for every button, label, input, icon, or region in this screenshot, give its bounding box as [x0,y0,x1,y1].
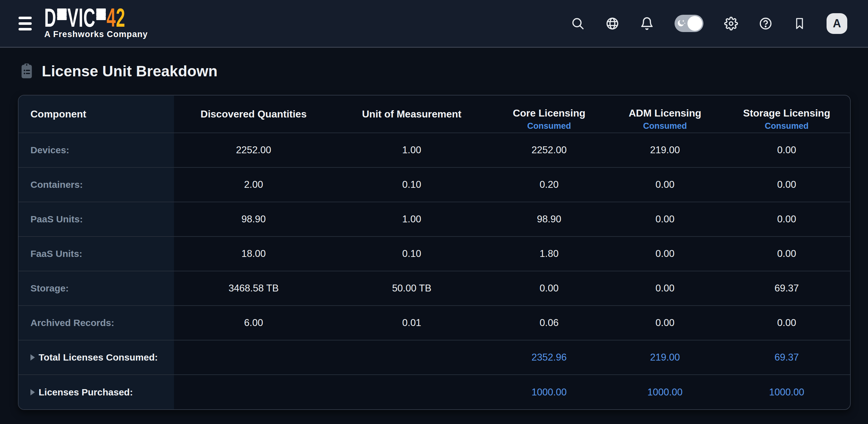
col-header-storage: Storage Licensing Consumed [722,95,851,133]
cell-discovered: 98.90 [174,202,333,237]
toggle-knob [687,16,702,31]
cell-core: 0.20 [490,168,608,202]
cell-unit: 0.10 [333,168,490,202]
cell-discovered: 3468.58 TB [174,271,333,306]
menu-icon[interactable] [18,16,32,32]
col-subheader-adm-consumed: Consumed [643,121,687,131]
cell-discovered: 2.00 [174,168,333,202]
cell-core: 2352.96 [490,340,608,375]
bell-icon [640,17,654,30]
main-content: License Unit Breakdown Component Discove… [0,62,868,410]
cell-unit: 50.00 TB [333,271,490,306]
cell-adm: 0.00 [608,306,722,340]
cell-core: 0.06 [490,306,608,340]
cell-unit: 1.00 [333,202,490,237]
avatar[interactable]: A [827,13,847,34]
expand-arrow-icon [30,389,35,395]
cell-adm: 219.00 [608,340,722,375]
globe-icon [606,17,619,30]
language-button[interactable] [606,17,619,30]
cell-unit [333,340,490,375]
cell-core: 0.00 [490,271,608,306]
cell-unit: 1.00 [333,133,490,168]
table-header-row: Component Discovered Quantities Unit of … [19,95,851,133]
logo-letter-e [57,8,67,27]
cell-component: Archived Records: [19,306,174,340]
cell-unit: 0.10 [333,237,490,271]
expand-licenses-purchased[interactable]: Licenses Purchased: [19,375,174,409]
col-header-unit: Unit of Measurement [333,95,490,133]
cell-storage: 1000.00 [722,375,851,409]
col-subheader-storage-consumed: Consumed [765,121,809,131]
cell-adm: 1000.00 [608,375,722,409]
cell-component: Storage: [19,271,174,306]
table-row: Archived Records: 6.00 0.01 0.06 0.00 0.… [19,306,851,340]
theme-toggle[interactable] [675,15,704,32]
logo-text: DVIC42 [44,7,125,28]
expand-total-consumed[interactable]: Total Licenses Consumed: [19,340,174,375]
cell-discovered [174,375,333,409]
cell-storage: 69.37 [722,271,851,306]
cell-adm: 0.00 [608,237,722,271]
license-breakdown-table: Component Discovered Quantities Unit of … [19,95,851,409]
navbar-actions: A [571,13,847,34]
cell-storage: 0.00 [722,168,851,202]
cell-adm: 219.00 [608,133,722,168]
cell-discovered: 6.00 [174,306,333,340]
bookmark-icon [793,17,806,30]
table-row: Storage: 3468.58 TB 50.00 TB 0.00 0.00 6… [19,271,851,306]
cell-storage: 0.00 [722,306,851,340]
cell-adm: 0.00 [608,271,722,306]
cell-core: 1000.00 [490,375,608,409]
help-icon [759,17,773,30]
cell-storage: 0.00 [722,237,851,271]
col-header-adm: ADM Licensing Consumed [608,95,722,133]
cell-discovered: 18.00 [174,237,333,271]
license-breakdown-table-card: Component Discovered Quantities Unit of … [18,95,851,410]
top-navbar: DVIC42 A Freshworks Company [0,0,868,48]
cell-adm: 0.00 [608,168,722,202]
table-row: FaaS Units: 18.00 0.10 1.80 0.00 0.00 [19,237,851,271]
page-header: License Unit Breakdown [18,62,868,81]
cell-component: Devices: [19,133,174,168]
moon-icon [676,19,686,29]
col-header-component: Component [19,95,174,133]
table-row: PaaS Units: 98.90 1.00 98.90 0.00 0.00 [19,202,851,237]
bookmark-button[interactable] [793,17,806,30]
cell-core: 1.80 [490,237,608,271]
cell-unit [333,375,490,409]
settings-button[interactable] [724,17,738,30]
cell-discovered: 2252.00 [174,133,333,168]
search-icon [571,17,585,30]
logo: DVIC42 A Freshworks Company [44,7,175,39]
cell-core: 98.90 [490,202,608,237]
page-title: License Unit Breakdown [42,62,218,80]
table-row-licenses-purchased: Licenses Purchased: 1000.00 1000.00 1000… [19,375,851,409]
cell-unit: 0.01 [333,306,490,340]
notifications-button[interactable] [640,17,654,30]
gear-icon [724,17,738,30]
avatar-initial: A [833,17,841,30]
table-row: Containers: 2.00 0.10 0.20 0.00 0.00 [19,168,851,202]
cell-component: PaaS Units: [19,202,174,237]
cell-storage: 0.00 [722,133,851,168]
cell-discovered [174,340,333,375]
logo-letter-e [96,8,106,27]
expand-arrow-icon [30,354,35,361]
cell-component: FaaS Units: [19,237,174,271]
cell-storage: 69.37 [722,340,851,375]
clipboard-list-icon [18,62,35,81]
cell-adm: 0.00 [608,202,722,237]
col-header-discovered: Discovered Quantities [174,95,333,133]
col-header-core: Core Licensing Consumed [490,95,608,133]
table-row: Devices: 2252.00 1.00 2252.00 219.00 0.0… [19,133,851,168]
cell-storage: 0.00 [722,202,851,237]
table-row-total-consumed: Total Licenses Consumed: 2352.96 219.00 … [19,340,851,375]
search-button[interactable] [571,17,585,30]
col-subheader-core-consumed: Consumed [527,121,571,131]
cell-core: 2252.00 [490,133,608,168]
cell-component: Containers: [19,168,174,202]
help-button[interactable] [759,17,773,30]
